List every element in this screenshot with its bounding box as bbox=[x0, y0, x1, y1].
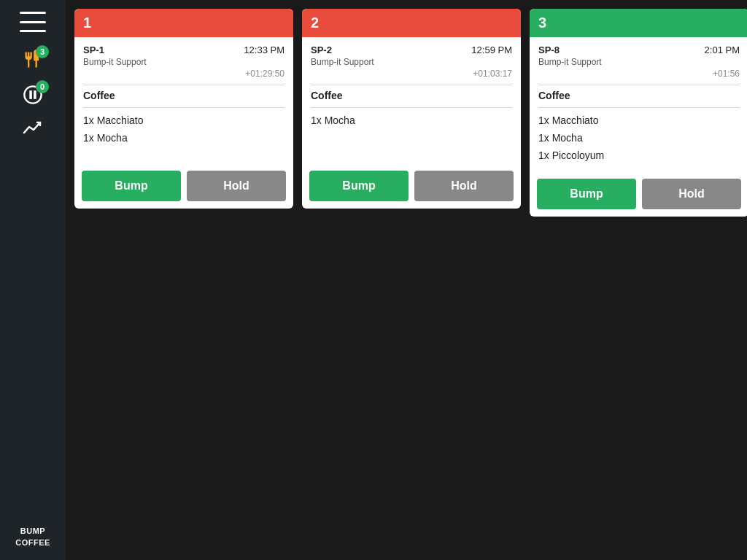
card-body-2: SP-2 12:59 PM Bump-it Support +01:03:17 … bbox=[302, 37, 521, 163]
card-divider bbox=[83, 85, 285, 85]
card-actions: Bump Hold bbox=[530, 171, 747, 217]
card-support: Bump-it Support bbox=[538, 57, 602, 67]
bump-button[interactable]: Bump bbox=[82, 171, 181, 201]
card-header-2: 2 bbox=[302, 9, 521, 37]
card-meta-bottom: Bump-it Support bbox=[83, 57, 285, 67]
order-card-2: 2 SP-2 12:59 PM Bump-it Support +01:03:1… bbox=[302, 9, 521, 209]
hamburger-menu[interactable] bbox=[20, 12, 46, 32]
card-actions: Bump Hold bbox=[74, 163, 293, 209]
paused-badge: 0 bbox=[36, 80, 49, 93]
order-card-1: 1 SP-1 12:33 PM Bump-it Support +01:29:5… bbox=[74, 9, 293, 209]
bump-button[interactable]: Bump bbox=[309, 171, 409, 201]
card-meta-top: SP-8 2:01 PM bbox=[538, 44, 740, 55]
card-sp: SP-2 bbox=[311, 44, 332, 55]
order-item: 1x Mocha bbox=[311, 112, 512, 130]
card-divider-2 bbox=[311, 107, 512, 108]
card-sp: SP-8 bbox=[538, 44, 560, 55]
footer-coffee: COFFEE bbox=[15, 537, 50, 548]
card-category: Coffee bbox=[83, 90, 285, 101]
card-elapsed: +01:29:50 bbox=[83, 69, 285, 79]
card-meta-top: SP-1 12:33 PM bbox=[83, 44, 285, 55]
card-items: 1x Macchiato1x Mocha bbox=[83, 112, 285, 156]
card-items: 1x Mocha bbox=[311, 112, 512, 156]
order-item: 1x Mocha bbox=[83, 130, 285, 147]
order-item: 1x Piccoloyum bbox=[538, 147, 740, 165]
card-divider bbox=[311, 85, 512, 85]
card-category: Coffee bbox=[311, 90, 512, 101]
card-meta-bottom: Bump-it Support bbox=[538, 57, 740, 67]
order-card-3: 3 SP-8 2:01 PM Bump-it Support +01:56 Co… bbox=[530, 9, 747, 217]
orders-badge: 3 bbox=[36, 45, 49, 58]
order-item: 1x Macchiato bbox=[538, 112, 740, 130]
hold-button[interactable]: Hold bbox=[642, 179, 741, 209]
card-header-1: 1 bbox=[74, 9, 293, 37]
hold-button[interactable]: Hold bbox=[187, 171, 286, 201]
card-support: Bump-it Support bbox=[83, 57, 147, 67]
card-time: 2:01 PM bbox=[705, 44, 740, 55]
trend-icon-wrap[interactable] bbox=[23, 120, 43, 140]
card-category: Coffee bbox=[538, 90, 740, 101]
card-meta-bottom: Bump-it Support bbox=[311, 57, 512, 67]
paused-icon-wrap[interactable]: 0 bbox=[23, 85, 43, 105]
card-divider-2 bbox=[538, 107, 740, 108]
order-item: 1x Macchiato bbox=[83, 112, 285, 130]
card-items: 1x Macchiato1x Mocha1x Piccoloyum bbox=[538, 112, 740, 164]
svg-rect-2 bbox=[34, 90, 36, 99]
card-divider bbox=[538, 85, 740, 85]
card-time: 12:33 PM bbox=[244, 44, 285, 55]
card-support: Bump-it Support bbox=[311, 57, 374, 67]
bump-button[interactable]: Bump bbox=[537, 179, 636, 209]
sidebar-footer: BUMP COFFEE bbox=[15, 526, 50, 548]
svg-rect-1 bbox=[29, 90, 32, 99]
card-sp: SP-1 bbox=[83, 44, 104, 55]
card-elapsed: +01:56 bbox=[538, 69, 740, 79]
order-item: 1x Mocha bbox=[538, 130, 740, 147]
card-meta-top: SP-2 12:59 PM bbox=[311, 44, 512, 55]
orders-icon-wrap[interactable]: 3 bbox=[23, 50, 43, 70]
card-body-1: SP-1 12:33 PM Bump-it Support +01:29:50 … bbox=[74, 37, 293, 163]
card-time: 12:59 PM bbox=[471, 44, 512, 55]
hold-button[interactable]: Hold bbox=[414, 171, 514, 201]
sidebar: 3 0 BUMP COFFEE bbox=[0, 0, 66, 560]
orders-area: 1 SP-1 12:33 PM Bump-it Support +01:29:5… bbox=[66, 0, 747, 560]
card-header-3: 3 bbox=[530, 9, 747, 37]
card-body-3: SP-8 2:01 PM Bump-it Support +01:56 Coff… bbox=[530, 37, 747, 171]
card-elapsed: +01:03:17 bbox=[311, 69, 512, 79]
card-divider-2 bbox=[83, 107, 285, 108]
card-actions: Bump Hold bbox=[302, 163, 521, 209]
footer-bump: BUMP bbox=[15, 526, 50, 537]
